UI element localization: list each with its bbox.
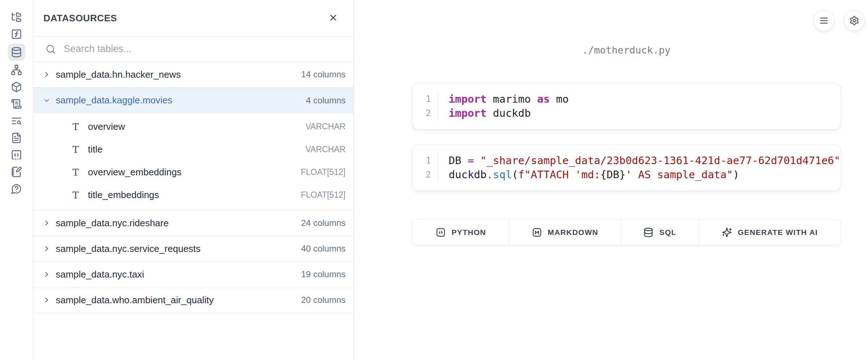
column-type: VARCHAR (305, 145, 346, 154)
varchar-type-icon: T (71, 190, 80, 201)
chevron-right-icon (43, 245, 51, 253)
sidebar-item-scratchpad[interactable] (8, 163, 25, 180)
table-row-nyc-service-requests[interactable]: sample_data.nyc.service_requests 40 colu… (33, 236, 353, 262)
notebook-filename: ./motherduck.py (412, 44, 841, 56)
gear-icon (849, 16, 859, 26)
table-search-bar (33, 37, 353, 62)
column-count: 20 columns (301, 295, 346, 305)
varchar-type-icon: T (71, 121, 80, 132)
column-count: 14 columns (301, 69, 346, 80)
line-number-gutter: 12 (412, 92, 438, 120)
folder-tree-icon (11, 12, 22, 23)
database-icon (643, 227, 653, 237)
scroll-text-icon (11, 98, 22, 110)
left-icon-rail (0, 0, 33, 360)
column-type: FLOAT[512] (301, 167, 346, 177)
column-row-overview[interactable]: T overview VARCHAR (33, 115, 353, 138)
code-cell-attach-db[interactable]: 12 DB = "_share/sample_data/23b0d623-136… (412, 145, 841, 191)
chevron-right-icon (43, 70, 51, 78)
box-icon (11, 81, 22, 93)
column-type: FLOAT[512] (301, 190, 346, 200)
square-function-icon (11, 29, 22, 40)
table-list: sample_data.hn.hacker_news 14 columns sa… (33, 62, 353, 360)
sidebar-item-help-chat[interactable] (8, 180, 25, 197)
varchar-type-icon: T (71, 167, 80, 178)
sidebar-item-documentation[interactable] (8, 129, 25, 146)
square-dashed-bottom-code-icon (11, 149, 22, 160)
square-code-icon (436, 227, 446, 237)
sidebar-item-datasources[interactable] (8, 43, 25, 61)
table-row-hacker-news[interactable]: sample_data.hn.hacker_news 14 columns (33, 62, 353, 87)
column-count: 24 columns (301, 218, 346, 228)
column-row-overview-embeddings[interactable]: T overview_embeddings FLOAT[512] (33, 161, 353, 184)
add-markdown-cell-button[interactable]: MARKDOWN (509, 220, 620, 245)
add-cell-toolbar: PYTHON MARKDOWN SQL GENER (412, 219, 841, 245)
generate-with-ai-button[interactable]: GENERATE WITH AI (699, 220, 841, 245)
code-editor[interactable]: DB = "_share/sample_data/23b0d623-1361-4… (438, 154, 841, 182)
table-row-kaggle-movies[interactable]: sample_data.kaggle.movies 4 columns (33, 87, 353, 113)
notebook-main: ./motherduck.py 12 import marimo as moim… (354, 0, 868, 360)
search-input[interactable] (64, 43, 343, 55)
datasources-panel: DATASOURCES sample_data.hn.hacker_news 1… (33, 0, 354, 360)
sidebar-item-dependencies[interactable] (8, 61, 25, 78)
chevron-right-icon (43, 219, 51, 227)
notebook-pen-icon (11, 166, 22, 177)
code-cell-imports[interactable]: 12 import marimo as moimport duckdb (412, 83, 841, 129)
sidebar-item-tracebacks[interactable] (8, 112, 25, 129)
chevron-down-icon (43, 97, 51, 104)
kaggle-movies-columns: T overview VARCHAR T title VARCHAR T ove… (33, 113, 353, 210)
search-icon (46, 44, 56, 54)
column-type: VARCHAR (305, 122, 346, 132)
add-python-cell-button[interactable]: PYTHON (412, 220, 509, 245)
close-icon (328, 13, 338, 23)
square-m-icon (532, 227, 542, 237)
sidebar-item-snippets[interactable] (8, 146, 25, 163)
table-row-nyc-rideshare[interactable]: sample_data.nyc.rideshare 24 columns (33, 210, 353, 236)
notebook-menu-button[interactable] (813, 10, 834, 31)
chevron-right-icon (43, 270, 51, 278)
message-circle-question-icon (11, 183, 22, 194)
column-count: 19 columns (301, 269, 346, 279)
file-text-icon (11, 132, 22, 143)
line-number-gutter: 12 (412, 154, 438, 182)
add-sql-cell-button[interactable]: SQL (621, 220, 699, 245)
column-count: 4 columns (306, 95, 346, 106)
chevron-right-icon (43, 296, 51, 304)
varchar-type-icon: T (71, 144, 80, 155)
column-row-title-embeddings[interactable]: T title_embeddings FLOAT[512] (33, 184, 353, 206)
code-editor[interactable]: import marimo as moimport duckdb (438, 92, 569, 120)
panel-title: DATASOURCES (43, 13, 328, 24)
sidebar-item-logs[interactable] (8, 95, 25, 112)
sidebar-item-file-explorer[interactable] (8, 9, 25, 26)
table-row-who-ambient-air-quality[interactable]: sample_data.who.ambient_air_quality 20 c… (33, 287, 353, 313)
column-count: 40 columns (301, 244, 346, 254)
column-row-title[interactable]: T title VARCHAR (33, 138, 353, 161)
top-actions (813, 10, 865, 31)
database-icon (11, 47, 22, 58)
menu-icon (819, 16, 829, 26)
table-row-nyc-taxi[interactable]: sample_data.nyc.taxi 19 columns (33, 262, 353, 287)
close-panel-button[interactable] (328, 13, 339, 23)
sidebar-item-packages[interactable] (8, 78, 25, 95)
network-icon (11, 64, 22, 76)
datasources-header: DATASOURCES (33, 0, 353, 37)
app-window: DATASOURCES sample_data.hn.hacker_news 1… (0, 0, 868, 360)
settings-button[interactable] (844, 10, 865, 31)
sidebar-item-variables[interactable] (8, 26, 25, 43)
sparkles-icon (722, 227, 732, 237)
text-search-icon (11, 115, 22, 127)
